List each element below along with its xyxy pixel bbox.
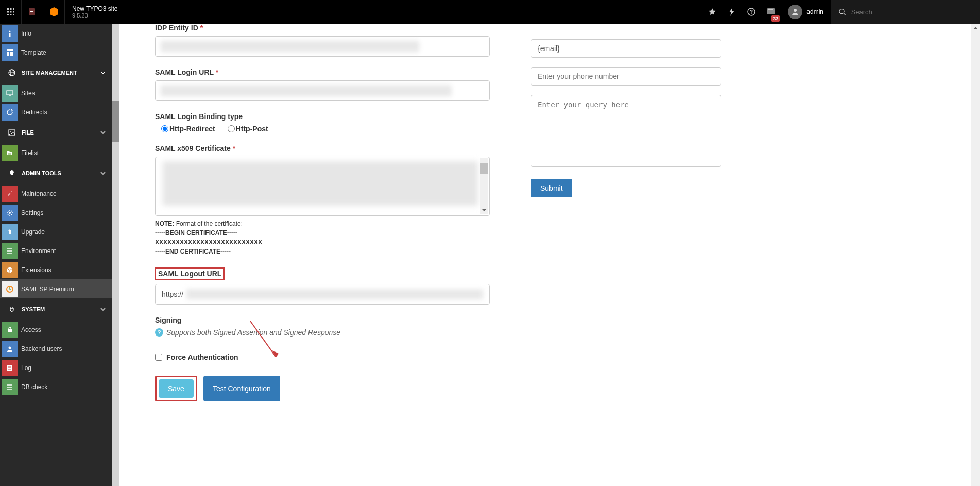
- force-auth-checkbox[interactable]: [155, 354, 162, 361]
- template-icon: [6, 49, 13, 56]
- binding-http-post[interactable]: Http-Post: [228, 125, 268, 133]
- info-icon: [6, 30, 13, 37]
- notification-badge: 33: [771, 15, 780, 22]
- sidebar-label: Access: [19, 326, 41, 333]
- list-icon: [6, 247, 13, 255]
- submit-button[interactable]: Submit: [531, 179, 572, 197]
- saml-login-url-input[interactable]: [155, 80, 490, 101]
- sidebar-item-redirects[interactable]: Redirects: [0, 103, 112, 122]
- sidebar-header-system[interactable]: SYSTEM: [0, 298, 112, 320]
- typo3-logo-icon: [48, 6, 60, 18]
- cert-scrollbar-thumb[interactable]: [480, 163, 488, 174]
- sidebar-item-settings[interactable]: Settings: [0, 203, 112, 222]
- sidebar-label: Settings: [19, 209, 43, 216]
- main-scrollbar[interactable]: [971, 24, 980, 486]
- chevron-down-icon: [100, 307, 106, 312]
- log-icon: [6, 364, 13, 372]
- svg-rect-6: [7, 14, 9, 15]
- globe-icon: [8, 69, 15, 76]
- redirect-icon: [6, 109, 13, 116]
- site-version: 9.5.23: [72, 12, 117, 19]
- sidebar-item-extensions[interactable]: Extensions: [0, 260, 112, 279]
- svg-rect-0: [7, 8, 9, 10]
- notification-icon: [767, 8, 775, 15]
- sidebar-item-saml-sp-premium[interactable]: SAML SP Premium: [0, 279, 112, 298]
- logout-url-input[interactable]: https://: [155, 284, 490, 305]
- typo3-logo[interactable]: [43, 0, 65, 24]
- user-icon: [6, 345, 13, 353]
- plug-icon: [8, 306, 15, 313]
- chevron-down-icon: [100, 171, 106, 176]
- svg-line-40: [8, 214, 9, 215]
- save-button[interactable]: Save: [159, 379, 194, 398]
- chevron-down-icon: [100, 70, 106, 75]
- sidebar-item-sites[interactable]: Sites: [0, 83, 112, 103]
- button-row: Save Test Configuration: [155, 376, 490, 401]
- sidebar-item-maintenance[interactable]: Maintenance: [0, 184, 112, 203]
- star-button[interactable]: [702, 0, 722, 24]
- bookmark-dropdown[interactable]: [22, 0, 43, 24]
- contact-query-textarea[interactable]: [531, 95, 721, 167]
- svg-line-39: [11, 214, 12, 215]
- saml-icon: [6, 285, 14, 293]
- main-content: IDP Entity ID * SAML Login URL * SAML Lo…: [119, 24, 980, 486]
- apps-grid-button[interactable]: [0, 0, 22, 24]
- svg-rect-2: [13, 8, 14, 10]
- svg-line-18: [844, 13, 846, 15]
- svg-rect-22: [7, 52, 9, 56]
- cert-scrollbar[interactable]: [480, 158, 488, 214]
- sidebar-label: Filelist: [19, 149, 39, 157]
- sidebar-header-label: SITE MANAGEMENT: [20, 70, 77, 76]
- search-input[interactable]: [851, 8, 972, 16]
- search-icon: [839, 8, 846, 16]
- saml-form: IDP Entity ID * SAML Login URL * SAML Lo…: [155, 24, 490, 476]
- contact-email-input[interactable]: [531, 39, 721, 58]
- svg-rect-8: [13, 14, 14, 15]
- sidebar-header-file[interactable]: FILE: [0, 122, 112, 143]
- cert-label: SAML x509 Certificate *: [155, 144, 490, 153]
- help-button[interactable]: ?: [742, 0, 761, 24]
- sidebar-item-log[interactable]: Log: [0, 358, 112, 377]
- sidebar-header-site-management[interactable]: SITE MANAGEMENT: [0, 62, 112, 83]
- box-icon: [6, 266, 13, 274]
- sidebar-label: Template: [19, 49, 46, 56]
- sidebar-item-template[interactable]: Template: [0, 43, 112, 62]
- svg-text:?: ?: [750, 9, 753, 15]
- radio-http-post[interactable]: [228, 125, 235, 132]
- sidebar-item-environment[interactable]: Environment: [0, 241, 112, 260]
- sidebar-item-upgrade[interactable]: Upgrade: [0, 222, 112, 241]
- force-auth-row[interactable]: Force Authentication: [155, 353, 490, 361]
- svg-point-17: [839, 9, 844, 13]
- chevron-up-icon: [971, 24, 980, 32]
- site-info: New TYPO3 site 9.5.23: [65, 5, 125, 19]
- idp-entity-id-input[interactable]: [155, 36, 490, 57]
- binding-http-redirect[interactable]: Http-Redirect: [161, 125, 215, 133]
- search-section[interactable]: [831, 0, 980, 24]
- sidebar-header-admin-tools[interactable]: ADMIN TOOLS: [0, 162, 112, 184]
- radio-http-redirect[interactable]: [161, 125, 168, 132]
- force-auth-label: Force Authentication: [166, 353, 238, 361]
- user-menu[interactable]: admin: [781, 5, 831, 19]
- sidebar-item-filelist[interactable]: Filelist: [0, 143, 112, 162]
- sidebar-scrollbar[interactable]: [112, 24, 119, 486]
- sidebar-item-access[interactable]: Access: [0, 320, 112, 339]
- svg-rect-7: [10, 14, 11, 15]
- cert-textarea[interactable]: [155, 157, 490, 216]
- svg-rect-23: [10, 52, 13, 56]
- svg-rect-47: [8, 329, 12, 332]
- contact-phone-input[interactable]: [531, 67, 721, 86]
- notifications-button[interactable]: 33: [761, 0, 781, 24]
- sidebar-label: Upgrade: [19, 228, 45, 236]
- scrollbar-thumb[interactable]: [112, 101, 119, 142]
- svg-rect-1: [10, 8, 11, 10]
- sidebar-item-info[interactable]: Info: [0, 24, 112, 43]
- resize-handle-icon[interactable]: [482, 208, 488, 214]
- bolt-button[interactable]: [722, 0, 742, 24]
- svg-rect-21: [7, 49, 13, 51]
- sidebar-item-db-check[interactable]: DB check: [0, 377, 112, 396]
- cert-note: NOTE: Format of the certificate: -----BE…: [155, 219, 490, 256]
- sidebar-item-backend-users[interactable]: Backend users: [0, 339, 112, 358]
- test-configuration-button[interactable]: Test Configuration: [203, 376, 280, 401]
- sidebar-label: Info: [19, 30, 31, 37]
- sidebar-header-label: SYSTEM: [20, 306, 45, 312]
